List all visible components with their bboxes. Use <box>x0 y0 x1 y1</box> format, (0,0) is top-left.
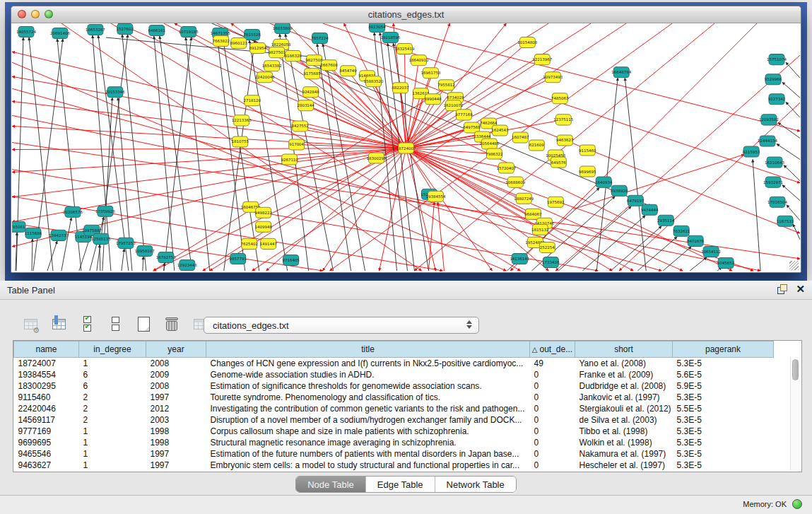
graph-node[interactable]: 7663822 <box>213 36 230 47</box>
graph-node[interactable]: 917004 <box>289 139 305 150</box>
graph-node[interactable]: 9529966 <box>765 74 782 85</box>
graph-node[interactable]: 16033809 <box>273 23 293 34</box>
graph-edge[interactable] <box>582 216 645 271</box>
window-resize-grip[interactable] <box>789 261 799 270</box>
graph-edge[interactable] <box>625 78 646 271</box>
table-row[interactable]: 1830029562008Estimation of significance … <box>14 380 774 392</box>
graph-edge[interactable] <box>280 34 309 271</box>
graph-node[interactable]: 15751074 <box>767 54 787 65</box>
column-header[interactable]: in_degree <box>79 341 146 358</box>
graph-node[interactable]: 6479197 <box>627 195 645 206</box>
graph-node[interactable]: 1624543 <box>491 125 509 136</box>
graph-node[interactable]: 2935114 <box>657 215 675 226</box>
table-scrollbar[interactable] <box>790 357 800 470</box>
graph-node[interactable]: 1810755 <box>231 136 249 147</box>
show-columns-button[interactable] <box>49 315 68 333</box>
graph-node[interactable]: 7615526 <box>243 30 261 40</box>
column-header[interactable]: △out_de... <box>530 341 575 358</box>
graph-node[interactable]: 2718120 <box>243 95 261 106</box>
graph-node[interactable]: 621609 <box>529 140 544 151</box>
graph-node[interactable]: 9857791 <box>229 253 246 264</box>
graph-node[interactable]: 22420046 <box>255 72 275 83</box>
graph-node[interactable]: 252254 <box>539 242 555 252</box>
graph-node[interactable]: 649576 <box>551 157 566 168</box>
graph-node[interactable]: 785061 <box>12 221 25 232</box>
graph-node[interactable]: 13942737 <box>49 230 69 240</box>
graph-node[interactable]: 18300295 <box>367 153 387 163</box>
graph-node[interactable]: 1975692 <box>547 197 564 207</box>
graph-node[interactable]: 8454749 <box>339 66 357 76</box>
graph-node[interactable]: 9716485 <box>282 255 300 265</box>
graph-node[interactable]: 1167533 <box>777 216 794 226</box>
graph-node[interactable]: 1491447 <box>259 238 277 249</box>
graph-edge[interactable] <box>414 23 714 271</box>
graph-edge[interactable] <box>12 148 406 247</box>
graph-node[interactable]: 1815132 <box>531 224 548 235</box>
graph-node[interactable]: 9227342 <box>768 94 785 105</box>
graph-node[interactable]: 19218596 <box>381 33 401 43</box>
table-selector-dropdown[interactable]: citations_edges.txt <box>204 317 479 334</box>
graph-node[interactable]: 6466161 <box>148 25 165 36</box>
graph-node[interactable]: 12213967 <box>532 54 552 65</box>
graph-node[interactable]: 20564486 <box>479 139 499 149</box>
graph-node[interactable]: 8822037 <box>392 83 409 93</box>
graph-node[interactable]: 1733426 <box>542 257 560 267</box>
tab-network-table[interactable]: Network Table <box>435 477 516 492</box>
graph-node[interactable]: 1409948 <box>254 221 272 232</box>
column-header[interactable]: title <box>206 341 530 358</box>
memory-ok-indicator[interactable] <box>792 499 802 509</box>
graph-node[interactable]: 9242848 <box>302 87 319 98</box>
table-row[interactable]: 977716911998Corpus callosum shape and si… <box>14 426 774 437</box>
graph-edge[interactable] <box>690 257 707 271</box>
graph-node[interactable]: 9463627 <box>556 135 574 146</box>
graph-node[interactable]: 10688609 <box>505 177 525 187</box>
graph-edge[interactable] <box>596 78 618 271</box>
graph-node[interactable]: 9699695 <box>579 166 596 177</box>
float-panel-icon[interactable] <box>777 284 787 293</box>
graph-edge[interactable] <box>793 224 800 240</box>
graph-node[interactable]: 15932971 <box>763 177 783 187</box>
table-row[interactable]: 1872400712008Changes of HCN gene express… <box>14 358 774 370</box>
graph-edge[interactable] <box>122 35 146 271</box>
graph-node[interactable]: 12444154 <box>758 136 777 146</box>
graph-node[interactable]: 8990448 <box>424 94 442 105</box>
close-panel-icon[interactable]: ✕ <box>796 284 805 293</box>
graph-node[interactable]: 17359928 <box>95 206 115 216</box>
column-header[interactable]: pagerank <box>673 341 774 358</box>
graph-edge[interactable] <box>406 148 545 223</box>
graph-node[interactable]: 20206576 <box>63 206 83 217</box>
graph-edge[interactable] <box>186 37 210 271</box>
column-header[interactable]: year <box>146 341 206 358</box>
graph-node[interactable]: 8960123 <box>230 38 247 49</box>
table-settings-button[interactable]: ⚙ <box>21 315 40 333</box>
graph-node[interactable]: 9827503 <box>268 47 286 58</box>
table-row[interactable]: 969969511998Structural magnetic resonanc… <box>14 437 774 448</box>
graph-node[interactable]: 12505135 <box>91 233 111 244</box>
graph-edge[interactable] <box>143 257 143 271</box>
table-row[interactable]: 2242004622012Investigating the contribut… <box>14 403 774 414</box>
graph-node[interactable]: 9267110 <box>281 154 298 165</box>
graph-node[interactable]: 17016504 <box>767 197 787 207</box>
graph-node[interactable]: 20691406 <box>50 28 70 39</box>
graph-node[interactable]: 15883520 <box>364 76 384 87</box>
graph-node[interactable]: 15720407 <box>496 163 516 173</box>
graph-node[interactable]: 8427552 <box>291 121 308 132</box>
graph-node[interactable]: 7857224 <box>311 33 329 44</box>
graph-node[interactable]: 16648784 <box>611 67 631 78</box>
graph-edge[interactable] <box>61 218 71 271</box>
graph-node[interactable]: 1527602 <box>117 24 134 35</box>
graph-node[interactable]: 12923448 <box>177 259 197 270</box>
graph-node[interactable]: 8938928 <box>611 185 628 196</box>
graph-edge[interactable] <box>100 245 100 271</box>
graph-edge[interactable] <box>270 23 800 233</box>
graph-edge[interactable] <box>558 206 631 271</box>
graph-node[interactable]: 10973493 <box>543 72 563 83</box>
graph-edge[interactable] <box>376 23 800 131</box>
graph-node[interactable]: 2667608 <box>320 60 338 71</box>
column-header[interactable]: short <box>575 341 673 358</box>
graph-node[interactable]: 18640910 <box>409 55 429 66</box>
table-row[interactable]: 1456911722003Disruption of a novel membe… <box>14 414 774 426</box>
graph-edge[interactable] <box>118 23 406 148</box>
graph-edge[interactable] <box>786 62 800 78</box>
graph-edge[interactable] <box>782 82 800 98</box>
